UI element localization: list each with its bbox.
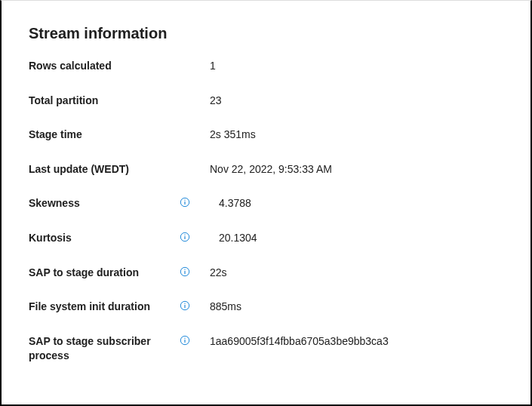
label-sap-subscriber-process: SAP to stage subscriber process <box>29 334 180 364</box>
row-kurtosis: Kurtosis 20.1304 <box>29 231 503 246</box>
svg-point-14 <box>184 337 185 338</box>
info-icon[interactable] <box>180 232 190 242</box>
svg-point-11 <box>184 303 185 304</box>
value-stage-time: 2s 351ms <box>210 128 256 143</box>
info-icon[interactable] <box>180 197 190 208</box>
info-icon[interactable] <box>180 335 190 346</box>
label-rows-calculated: Rows calculated <box>29 59 180 74</box>
value-kurtosis: 20.1304 <box>210 231 257 246</box>
label-kurtosis: Kurtosis <box>29 231 180 246</box>
row-stage-time: Stage time 2s 351ms <box>29 128 503 143</box>
row-skewness: Skewness 4.3788 <box>29 196 503 211</box>
row-sap-subscriber-process: SAP to stage subscriber process 1aa69005… <box>29 334 503 364</box>
value-skewness: 4.3788 <box>210 196 251 211</box>
value-fs-init-duration: 885ms <box>210 300 241 315</box>
row-fs-init-duration: File system init duration 885ms <box>29 300 503 315</box>
svg-point-2 <box>184 200 185 201</box>
value-sap-stage-duration: 22s <box>210 266 227 281</box>
value-rows-calculated: 1 <box>210 59 216 74</box>
stream-information-panel: Stream information Rows calculated 1 Tot… <box>2 1 530 398</box>
row-sap-stage-duration: SAP to stage duration 22s <box>29 266 503 281</box>
label-skewness: Skewness <box>29 196 180 211</box>
label-total-partition: Total partition <box>29 94 180 109</box>
value-total-partition: 23 <box>210 94 222 109</box>
info-icon[interactable] <box>180 300 190 311</box>
row-rows-calculated: Rows calculated 1 <box>29 59 503 74</box>
value-last-update: Nov 22, 2022, 9:53:33 AM <box>210 162 332 177</box>
label-stage-time: Stage time <box>29 128 180 143</box>
svg-point-5 <box>184 235 185 235</box>
page-title: Stream information <box>29 25 503 42</box>
info-icon[interactable] <box>180 266 190 277</box>
label-sap-stage-duration: SAP to stage duration <box>29 266 180 281</box>
label-last-update: Last update (WEDT) <box>29 162 180 177</box>
value-sap-subscriber-process: 1aa69005f3f14fbba6705a3be9bb3ca3 <box>210 334 389 349</box>
row-last-update: Last update (WEDT) Nov 22, 2022, 9:53:33… <box>29 162 503 177</box>
svg-point-8 <box>184 269 185 269</box>
label-fs-init-duration: File system init duration <box>29 300 180 315</box>
row-total-partition: Total partition 23 <box>29 94 503 109</box>
